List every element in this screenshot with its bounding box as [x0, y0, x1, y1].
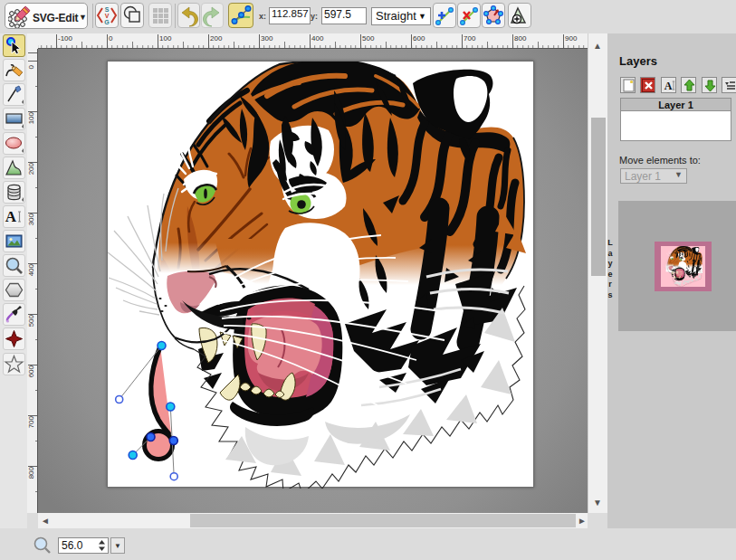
svg-text:A: A [664, 80, 673, 92]
svg-text:S: S [105, 6, 110, 13]
svg-text:V: V [105, 13, 110, 19]
svg-text:A: A [5, 208, 17, 225]
svg-text:G: G [104, 19, 110, 25]
